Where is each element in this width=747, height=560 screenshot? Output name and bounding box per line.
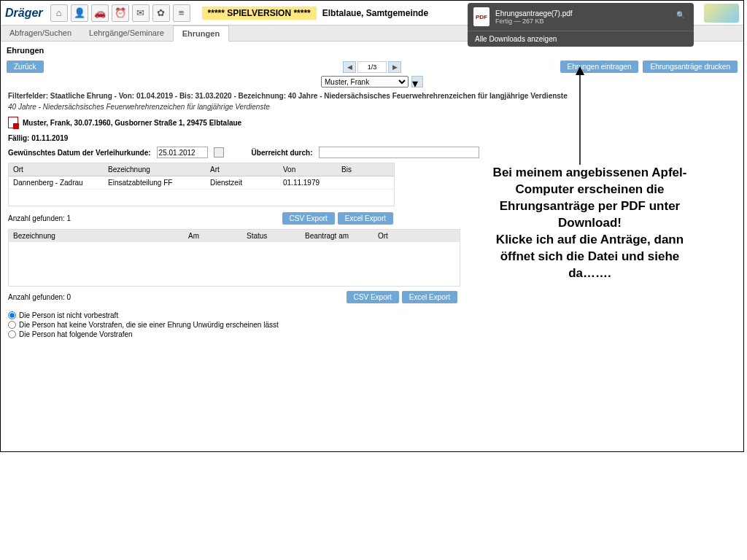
col2-ort: Ort <box>374 230 446 242</box>
pager-prev[interactable]: ◀ <box>343 61 356 73</box>
date-input[interactable] <box>157 147 208 158</box>
pdf-icon[interactable] <box>8 117 18 128</box>
col2-beantragt: Beantragt am <box>301 230 374 242</box>
col-bis: Bis <box>337 163 381 176</box>
col-ort: Ort <box>9 163 104 176</box>
location-label: Elbtalaue, Samtgemeinde <box>322 8 428 18</box>
mail-icon[interactable]: ✉ <box>132 4 150 22</box>
annotation-arrow <box>571 66 593 168</box>
col2-am: Am <box>184 230 242 242</box>
cell: Dannenberg - Zadrau <box>9 176 104 189</box>
col-art: Art <box>206 163 279 176</box>
radio-1[interactable] <box>8 311 16 319</box>
table-row[interactable]: Dannenberg - Zadrau Einsatzabteilung FF … <box>9 176 394 190</box>
cell: Dienstzeit <box>206 176 279 189</box>
vehicle-icon[interactable]: 🚗 <box>91 4 109 22</box>
excel-export-1[interactable]: Excel Export <box>338 212 393 225</box>
csv-export-2[interactable]: CSV Export <box>347 291 399 303</box>
calendar-icon[interactable] <box>214 147 224 158</box>
dropdown-icon[interactable]: ▾ <box>411 76 423 88</box>
presenter-label: Überreicht durch: <box>252 149 313 157</box>
back-button[interactable]: Zurück <box>7 61 44 73</box>
table1-header: Ort Bezeichnung Art Von Bis <box>9 163 394 176</box>
col2-bezeichnung: Bezeichnung <box>9 230 184 242</box>
cell: 01.11.1979 <box>279 176 337 189</box>
presenter-field[interactable] <box>319 147 479 158</box>
home-icon[interactable]: ⌂ <box>50 4 68 22</box>
corner-logo <box>704 4 739 23</box>
cell <box>337 176 381 189</box>
person-select[interactable]: Muster, Frank <box>321 76 409 88</box>
col-bezeichnung: Bezeichnung <box>104 163 206 176</box>
col-von: Von <box>279 163 337 176</box>
pager-next[interactable]: ▶ <box>388 61 401 73</box>
search-icon[interactable]: 🔍 <box>676 11 688 23</box>
radio-3-label: Die Person hat folgende Vorstrafen <box>19 330 133 338</box>
annotation-text: Bei meinem angebissenen Apfel-Computer e… <box>479 165 701 282</box>
gear-icon[interactable]: ✿ <box>152 4 170 22</box>
count-2: Anzahl gefunden: 0 <box>8 293 71 301</box>
tab-ehrungen[interactable]: Ehrungen <box>173 26 229 42</box>
radio-2-label: Die Person hat keine Vorstrafen, die sie… <box>19 321 279 329</box>
date-label: Gewünschtes Datum der Verleihurkunde: <box>8 149 151 157</box>
show-all-downloads[interactable]: Alle Downloads anzeigen <box>468 31 694 47</box>
clock-icon[interactable]: ⏰ <box>112 4 129 22</box>
tab-abfragen[interactable]: Abfragen/Suchen <box>1 26 80 41</box>
radio-1-label: Die Person ist nicht vorbestraft <box>19 311 118 319</box>
filter-line-2: 40 Jahre - Niedersächsisches Feuerwehreh… <box>1 103 743 114</box>
cell: Einsatzabteilung FF <box>104 176 206 189</box>
tab-lehrgaenge[interactable]: Lehrgänge/Seminare <box>80 26 173 41</box>
version-badge: ***** SPIELVERSION ***** <box>202 7 317 20</box>
stack-icon[interactable]: ≡ <box>173 4 190 22</box>
table2-header: Bezeichnung Am Status Beantragt am Ort <box>9 230 460 242</box>
count-1: Anzahl gefunden: 1 <box>8 214 71 222</box>
radio-3[interactable] <box>8 330 16 338</box>
excel-export-2[interactable]: Excel Export <box>402 291 457 303</box>
download-status: Fertig — 267 KB <box>495 18 670 25</box>
table2-body <box>9 242 460 286</box>
download-popup: PDF Ehrungsantraege(7).pdf Fertig — 267 … <box>468 3 694 47</box>
download-filename[interactable]: Ehrungsantraege(7).pdf <box>495 9 670 18</box>
pdf-file-icon: PDF <box>473 7 489 26</box>
filter-line-1: Filterfelder: Staatliche Ehrung - Von: 0… <box>1 89 743 103</box>
svg-marker-1 <box>576 66 584 75</box>
person-details: Muster, Frank, 30.07.1960, Gusborner Str… <box>23 119 241 127</box>
print-applications-button[interactable]: Ehrungsanträge drucken <box>643 61 738 73</box>
due-date: Fällig: 01.11.2019 <box>1 131 743 145</box>
pager-label: 1/3 <box>357 61 387 73</box>
logo: Dräger <box>5 7 43 20</box>
col2-status: Status <box>242 230 301 242</box>
csv-export-1[interactable]: CSV Export <box>282 212 335 225</box>
person-icon[interactable]: 👤 <box>71 4 88 22</box>
radio-2[interactable] <box>8 321 16 329</box>
